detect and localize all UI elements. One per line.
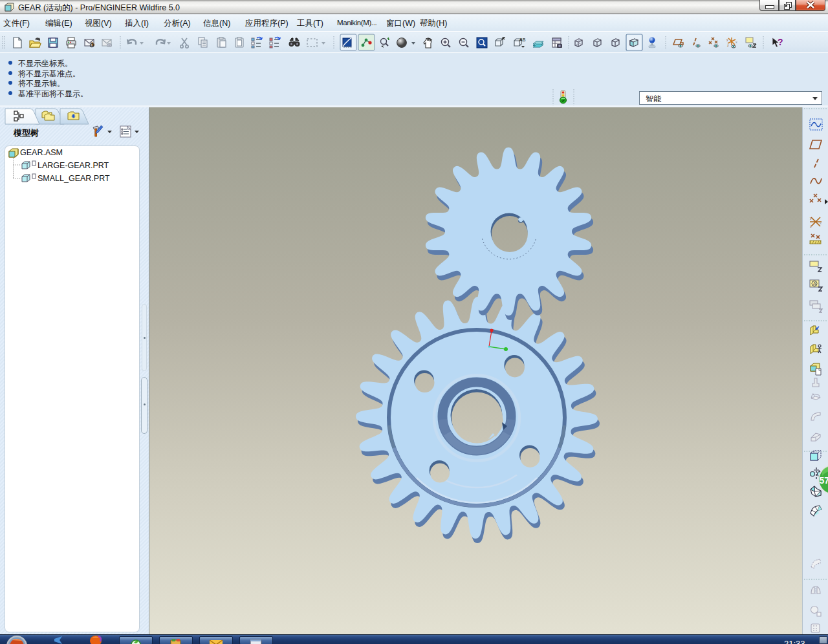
svg-text:z: z xyxy=(727,43,729,47)
svg-text:57: 57 xyxy=(820,475,828,486)
svg-text:y: y xyxy=(726,38,728,41)
svg-text:A: A xyxy=(813,281,816,286)
svg-text:?: ? xyxy=(778,37,783,47)
svg-text:x: x xyxy=(820,221,822,225)
svg-text:y: y xyxy=(810,216,812,220)
svg-text:z: z xyxy=(810,224,812,228)
svg-text:AB: AB xyxy=(519,38,526,42)
svg-text:x: x xyxy=(735,40,737,44)
